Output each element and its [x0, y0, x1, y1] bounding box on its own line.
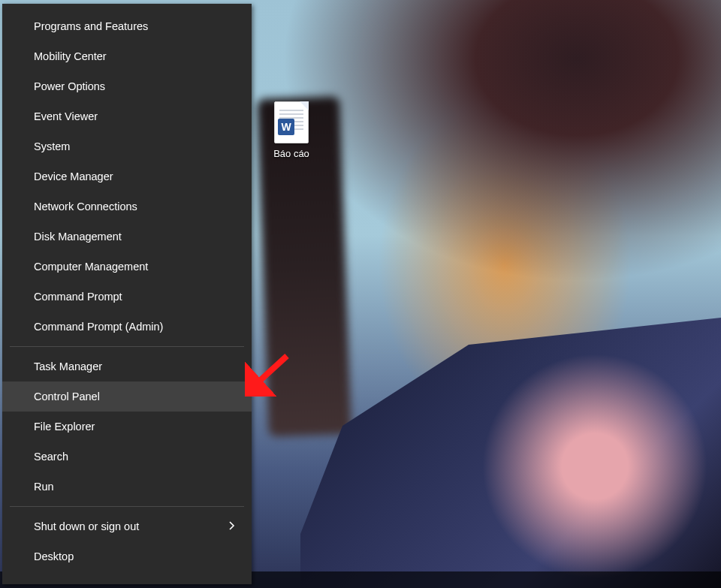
menu-item-run[interactable]: Run — [2, 472, 252, 502]
menu-item-control-panel[interactable]: Control Panel — [2, 381, 252, 412]
menu-item-file-explorer[interactable]: File Explorer — [2, 412, 252, 442]
menu-item-mobility-center[interactable]: Mobility Center — [2, 41, 252, 71]
menu-item-device-manager[interactable]: Device Manager — [2, 161, 252, 191]
word-document-icon: W — [274, 101, 309, 143]
desktop-icon-word-doc[interactable]: W Báo cáo — [259, 101, 324, 159]
menu-item-task-manager[interactable]: Task Manager — [2, 351, 252, 381]
menu-item-computer-management[interactable]: Computer Management — [2, 252, 252, 282]
menu-item-power-options[interactable]: Power Options — [2, 71, 252, 101]
menu-item-desktop[interactable]: Desktop — [2, 541, 252, 571]
desktop-icon-label: Báo cáo — [259, 148, 324, 159]
menu-item-programs-and-features[interactable]: Programs and Features — [2, 11, 252, 41]
menu-item-network-connections[interactable]: Network Connections — [2, 191, 252, 222]
menu-item-search[interactable]: Search — [2, 442, 252, 472]
word-badge: W — [278, 119, 294, 135]
menu-item-system[interactable]: System — [2, 131, 252, 161]
chevron-right-icon — [229, 520, 235, 532]
menu-item-command-prompt-admin[interactable]: Command Prompt (Admin) — [2, 312, 252, 342]
menu-item-disk-management[interactable]: Disk Management — [2, 222, 252, 252]
winx-power-menu[interactable]: Programs and Features Mobility Center Po… — [2, 4, 252, 584]
menu-item-shut-down-or-sign-out[interactable]: Shut down or sign out — [2, 511, 252, 541]
menu-item-event-viewer[interactable]: Event Viewer — [2, 101, 252, 131]
menu-separator — [10, 506, 244, 507]
menu-separator — [10, 346, 244, 347]
menu-item-command-prompt[interactable]: Command Prompt — [2, 282, 252, 312]
